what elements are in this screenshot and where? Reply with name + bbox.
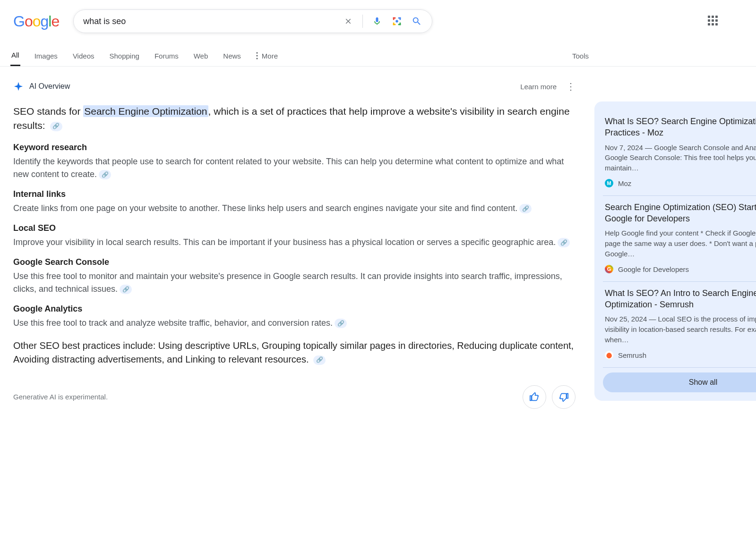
svg-rect-3 [400,17,401,20]
google-logo[interactable]: Google [13,13,59,30]
section-body: Improve your visibility in local search … [13,237,556,247]
apps-icon[interactable] [708,16,719,27]
svg-rect-7 [400,23,401,25]
source-snippet: Nov 25, 2024 — Local SEO is the process … [605,314,756,345]
overflow-menu-icon[interactable]: ⋮ [566,81,576,92]
citation-chip[interactable]: 🔗 [519,204,532,213]
ai-section: Internal links Create links from one pag… [13,189,576,215]
disclaimer-text: Generative AI is experimental. [13,393,108,401]
thumbs-up-button[interactable] [523,385,546,409]
learn-more-link[interactable]: Learn more [520,83,557,91]
source-name: Google for Developers [618,265,689,273]
thumbs-up-icon [529,392,540,402]
source-name: Moz [618,179,631,187]
clear-icon[interactable] [343,16,354,27]
source-title[interactable]: What Is SEO? An Intro to Search Engine O… [605,287,756,311]
ai-section: Google Analytics Use this free tool to t… [13,304,576,330]
mic-icon[interactable] [371,16,383,27]
search-icon[interactable] [411,16,422,27]
tab-news[interactable]: News [222,46,242,66]
svg-point-9 [256,52,258,53]
svg-point-8 [395,20,398,23]
section-heading: Keyword research [13,143,576,152]
tools-button[interactable]: Tools [571,46,590,66]
show-all-button[interactable]: Show all [603,372,756,392]
ai-section: Google Search Console Use this free tool… [13,257,576,296]
section-body: Identify the keywords that people use to… [13,157,564,179]
tab-shopping[interactable]: Shopping [108,46,140,66]
svg-rect-5 [393,23,395,25]
svg-rect-1 [393,17,395,20]
search-input[interactable] [83,17,343,26]
citation-chip[interactable]: 🔗 [99,170,111,179]
source-title[interactable]: What Is SEO? Search Engine Optimization … [605,116,756,139]
source-snippet: Nov 7, 2024 — Google Search Console and … [605,143,756,173]
sparkle-icon [13,81,24,92]
highlighted-term: Search Engine Optimization [83,105,208,117]
citation-chip[interactable]: 🔗 [558,238,570,247]
section-body: Use this free tool to track and analyze … [13,318,333,328]
section-heading: Internal links [13,189,576,199]
source-card: What Is SEO? An Intro to Search Engine O… [603,282,756,368]
source-favicon: G [605,265,613,273]
source-title[interactable]: Search Engine Optimization (SEO) Starter… [605,202,756,225]
citation-chip[interactable]: 🔗 [50,122,62,131]
tab-all[interactable]: All [10,45,20,66]
ai-intro: SEO stands for Search Engine Optimizatio… [13,104,576,133]
tab-more[interactable]: More [255,46,279,66]
tabs-row: All Images Videos Shopping Forums Web Ne… [0,45,756,67]
section-body: Create links from one page on your websi… [13,203,517,213]
source-favicon: ⬤ [605,351,613,359]
lens-icon[interactable] [391,16,403,27]
svg-point-11 [256,58,258,59]
source-favicon: M [605,179,613,187]
source-snippet: Help Google find your content * Check if… [605,228,756,259]
citation-chip[interactable]: 🔗 [313,355,326,365]
citation-chip[interactable]: 🔗 [335,319,347,328]
ai-section: Keyword research Identify the keywords t… [13,143,576,181]
ai-overview-header: AI Overview [13,81,70,92]
search-box[interactable] [73,9,432,33]
source-card: Search Engine Optimization (SEO) Starter… [603,196,756,282]
svg-point-10 [256,55,258,56]
section-heading: Google Analytics [13,304,576,314]
section-heading: Local SEO [13,223,576,233]
thumbs-down-icon [558,392,569,402]
tab-forums[interactable]: Forums [154,46,180,66]
section-heading: Google Search Console [13,257,576,267]
section-body: Use this free tool to monitor and mainta… [13,271,562,294]
ai-section: Local SEO Improve your visibility in loc… [13,223,576,249]
source-panel: What Is SEO? Search Engine Optimization … [594,101,756,401]
tab-images[interactable]: Images [34,46,59,66]
citation-chip[interactable]: 🔗 [120,285,132,294]
tab-web[interactable]: Web [193,46,209,66]
source-name: Semrush [618,351,646,359]
source-card: What Is SEO? Search Engine Optimization … [603,110,756,196]
tab-videos[interactable]: Videos [72,46,95,66]
separator [362,15,363,28]
thumbs-down-button[interactable] [552,385,576,409]
ai-closing: Other SEO best practices include: Using … [13,339,576,366]
